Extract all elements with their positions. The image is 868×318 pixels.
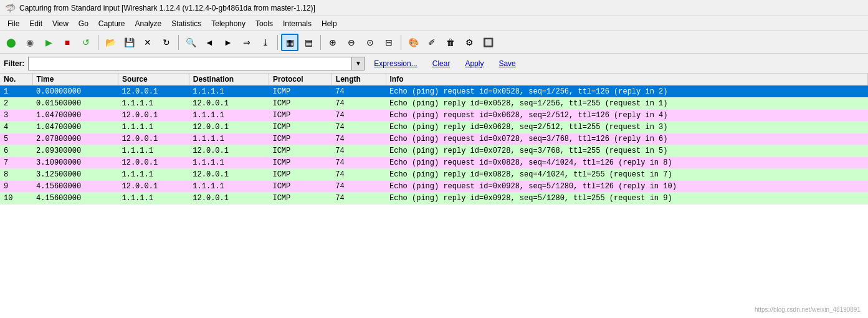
cell-source: 12.0.0.1 (118, 133, 189, 145)
view-bytes-icon[interactable]: ▤ (300, 34, 317, 51)
menu-item-go[interactable]: Go (74, 18, 93, 29)
cell-time: 2.09300000 (32, 145, 118, 157)
cell-time: 0.00000000 (32, 85, 118, 98)
cell-info: Echo (ping) request id=0x0528, seq=1/256… (386, 85, 868, 98)
cell-length: 74 (331, 157, 386, 169)
view-packet-icon[interactable]: ▦ (281, 34, 298, 51)
cell-time: 0.01500000 (32, 98, 118, 110)
menu-item-tools[interactable]: Tools (250, 18, 278, 29)
filter-save-btn[interactable]: Save (493, 57, 521, 70)
col-header-protocol[interactable]: Protocol (269, 74, 331, 85)
interface-icon[interactable]: ⬤ (2, 34, 20, 51)
table-row[interactable]: 104.156000001.1.1.112.0.0.1ICMP74Echo (p… (0, 193, 868, 205)
table-row[interactable]: 41.047000001.1.1.112.0.0.1ICMP74Echo (pi… (0, 122, 868, 133)
cell-protocol: ICMP (269, 169, 331, 181)
menu-item-edit[interactable]: Edit (24, 18, 47, 29)
table-row[interactable]: 83.125000001.1.1.112.0.0.1ICMP74Echo (pi… (0, 169, 868, 181)
table-row[interactable]: 20.015000001.1.1.112.0.0.1ICMP74Echo (pi… (0, 98, 868, 110)
filter-input[interactable] (29, 57, 351, 70)
cell-length: 74 (331, 133, 386, 145)
col-header-destination[interactable]: Destination (189, 74, 269, 85)
col-header-time[interactable]: Time (32, 74, 118, 85)
forward-icon[interactable]: ► (219, 34, 237, 51)
find-icon[interactable]: 🔍 (182, 34, 199, 51)
filter-expression----btn[interactable]: Expression... (368, 57, 422, 70)
cell-no: 8 (0, 169, 32, 181)
del-icon[interactable]: 🗑 (442, 34, 459, 51)
cell-no: 3 (0, 110, 32, 122)
reload-icon[interactable]: ↻ (158, 34, 175, 51)
open-file-icon[interactable]: 📂 (102, 34, 119, 51)
menu-item-file[interactable]: File (2, 18, 24, 29)
start-icon[interactable]: ▶ (40, 34, 57, 51)
filter-dropdown-btn[interactable]: ▼ (351, 57, 364, 70)
cell-info: Echo (ping) request id=0x0728, seq=3/768… (386, 133, 868, 145)
filter-input-wrap[interactable]: ▼ (28, 57, 365, 70)
table-row[interactable]: 31.0470000012.0.0.11.1.1.1ICMP74Echo (pi… (0, 110, 868, 122)
watermark: https://blog.csdn.net/weixin_48190891 (755, 306, 861, 313)
cell-length: 74 (331, 85, 386, 98)
table-row[interactable]: 73.1090000012.0.0.11.1.1.1ICMP74Echo (pi… (0, 157, 868, 169)
menu-item-internals[interactable]: Internals (278, 18, 317, 29)
cell-source: 1.1.1.1 (118, 98, 189, 110)
close-cap-icon[interactable]: ✕ (139, 34, 156, 51)
menu-item-help[interactable]: Help (317, 18, 342, 29)
table-body[interactable]: 10.0000000012.0.0.11.1.1.1ICMP74Echo (pi… (0, 85, 868, 205)
color-rules-icon[interactable]: 🎨 (404, 34, 422, 51)
app-icon: 🦈 (5, 3, 16, 13)
go-to-icon[interactable]: ⇒ (238, 34, 255, 51)
filter-apply-btn[interactable]: Apply (459, 57, 489, 70)
col-header-length[interactable]: Length (331, 74, 386, 85)
table-row[interactable]: 62.093000001.1.1.112.0.0.1ICMP74Echo (pi… (0, 145, 868, 157)
menu-item-view[interactable]: View (47, 18, 74, 29)
cell-length: 74 (331, 145, 386, 157)
title-bar: 🦈 Capturing from Standard input [Wiresha… (0, 0, 868, 16)
menu-item-statistics[interactable]: Statistics (166, 18, 206, 29)
stop-icon[interactable]: ■ (59, 34, 76, 51)
extra-icon[interactable]: 🔲 (479, 34, 497, 51)
back-icon[interactable]: ◄ (201, 34, 218, 51)
zoom-reset-icon[interactable]: ⊙ (361, 34, 379, 51)
menu-item-telephony[interactable]: Telephony (206, 18, 250, 29)
cell-info: Echo (ping) reply id=0x0928, seq=5/1280,… (386, 193, 868, 205)
edit-pkt-icon[interactable]: ✐ (423, 34, 441, 51)
cell-protocol: ICMP (269, 110, 331, 122)
table-row[interactable]: 10.0000000012.0.0.11.1.1.1ICMP74Echo (pi… (0, 85, 868, 98)
cell-info: Echo (ping) request id=0x0828, seq=4/102… (386, 157, 868, 169)
zoom-out-icon[interactable]: ⊖ (343, 34, 360, 51)
cell-source: 1.1.1.1 (118, 122, 189, 133)
toolbar-separator-2 (178, 35, 179, 50)
col-header-source[interactable]: Source (118, 74, 189, 85)
capture-options-icon[interactable]: ◉ (21, 34, 39, 51)
cell-time: 3.10900000 (32, 157, 118, 169)
cell-info: Echo (ping) reply id=0x0728, seq=3/768, … (386, 145, 868, 157)
cell-time: 4.15600000 (32, 181, 118, 193)
packet-list[interactable]: No.TimeSourceDestinationProtocolLengthIn… (0, 74, 868, 318)
cell-info: Echo (ping) request id=0x0928, seq=5/128… (386, 181, 868, 193)
filter-clear-btn[interactable]: Clear (427, 57, 456, 70)
last-icon[interactable]: ⤓ (257, 34, 274, 51)
col-header-info[interactable]: Info (386, 74, 868, 85)
cell-source: 1.1.1.1 (118, 193, 189, 205)
cell-protocol: ICMP (269, 122, 331, 133)
cell-source: 1.1.1.1 (118, 145, 189, 157)
cell-info: Echo (ping) reply id=0x0828, seq=4/1024,… (386, 169, 868, 181)
col-header-no[interactable]: No. (0, 74, 32, 85)
cell-destination: 12.0.0.1 (189, 145, 269, 157)
fit-col-icon[interactable]: ⊟ (380, 34, 398, 51)
restart-icon[interactable]: ↺ (77, 34, 95, 51)
cell-source: 12.0.0.1 (118, 157, 189, 169)
packet-table: No.TimeSourceDestinationProtocolLengthIn… (0, 74, 868, 205)
menu-item-capture[interactable]: Capture (93, 18, 130, 29)
cell-protocol: ICMP (269, 98, 331, 110)
cell-no: 7 (0, 157, 32, 169)
menu-item-analyze[interactable]: Analyze (130, 18, 167, 29)
cell-time: 2.07800000 (32, 133, 118, 145)
save-icon[interactable]: 💾 (120, 34, 138, 51)
table-row[interactable]: 94.1560000012.0.0.11.1.1.1ICMP74Echo (pi… (0, 181, 868, 193)
cell-length: 74 (331, 122, 386, 133)
prefs-icon[interactable]: ⚙ (460, 34, 478, 51)
cell-destination: 1.1.1.1 (189, 110, 269, 122)
zoom-in-icon[interactable]: ⊕ (324, 34, 341, 51)
table-row[interactable]: 52.0780000012.0.0.11.1.1.1ICMP74Echo (pi… (0, 133, 868, 145)
